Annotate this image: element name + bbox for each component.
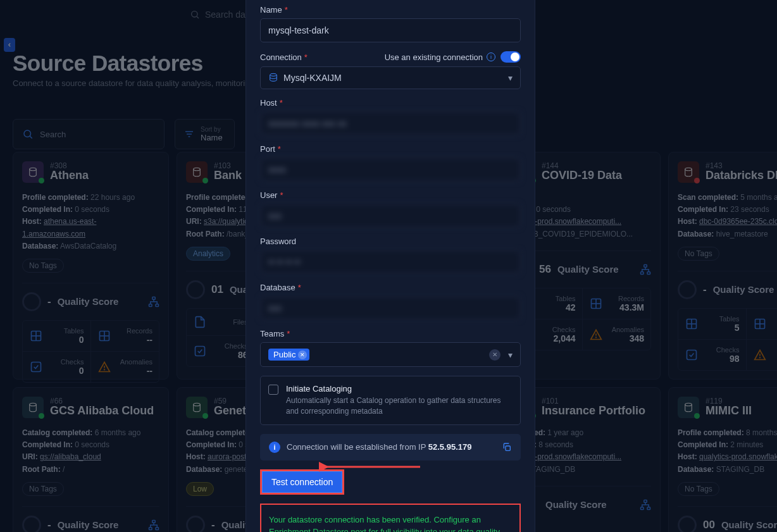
connection-value: Mysql-KXAIJM (283, 73, 342, 83)
use-existing-toggle[interactable] (500, 51, 521, 63)
catalog-title: Initiate Cataloging (286, 384, 513, 393)
clear-teams-icon[interactable]: ✕ (489, 349, 500, 361)
connection-select[interactable]: Mysql-KXAIJM ▾ (260, 66, 521, 89)
test-connection-highlight: Test connection (260, 469, 344, 495)
password-input[interactable]: •• •• •• •• (260, 250, 521, 274)
svg-rect-70 (506, 446, 510, 450)
host-label: Host* (260, 98, 521, 108)
teams-label: Teams* (260, 329, 521, 338)
copy-icon[interactable] (502, 442, 512, 452)
svg-point-69 (270, 73, 277, 76)
teams-select[interactable]: Public ✕ ✕ ▾ (260, 342, 521, 367)
port-label: Port* (260, 144, 521, 154)
ip-text: Connection will be established from IP 5… (287, 442, 471, 452)
connection-label: Connection* (260, 53, 308, 62)
database-label: Database* (260, 283, 521, 292)
chevron-down-icon: ▾ (508, 73, 513, 83)
database-icon (268, 73, 278, 83)
use-existing-label: Use an existing connectioni (385, 53, 495, 62)
info-icon: i (269, 442, 280, 453)
team-chip-public[interactable]: Public ✕ (268, 349, 309, 361)
catalog-desc: Automatically start a Catalog operation … (286, 395, 513, 417)
name-input[interactable] (260, 18, 521, 42)
success-message: Your datastore connection has been verif… (260, 504, 521, 532)
remove-chip-icon[interactable]: ✕ (298, 350, 307, 359)
initiate-cataloging-box[interactable]: Initiate Cataloging Automatically start … (260, 376, 521, 425)
user-input[interactable]: xxx (260, 204, 521, 228)
connection-ip-info: i Connection will be established from IP… (260, 434, 521, 461)
name-label: Name* (260, 5, 521, 15)
port-input[interactable]: xxxx (260, 158, 521, 182)
host-input[interactable]: xxxxxxx xxxx xxx xx (260, 111, 521, 135)
datastore-form-panel: Name* Connection* Use an existing connec… (246, 0, 535, 532)
user-label: User* (260, 190, 521, 200)
info-icon[interactable]: i (487, 53, 495, 61)
database-input[interactable]: xxx (260, 296, 521, 320)
password-label: Password (260, 237, 521, 246)
catalog-checkbox[interactable] (268, 385, 278, 395)
test-connection-button[interactable]: Test connection (262, 471, 342, 493)
chevron-down-icon: ▾ (508, 350, 513, 360)
